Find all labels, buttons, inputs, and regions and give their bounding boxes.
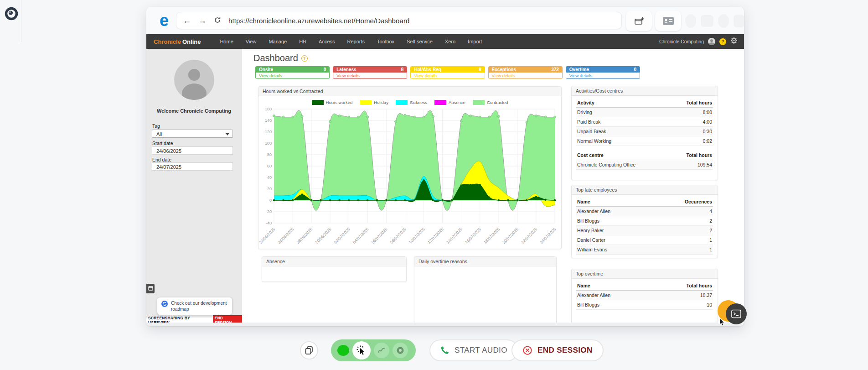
status-card-onsite: Onsite0View details bbox=[255, 66, 330, 79]
svg-text:160: 160 bbox=[265, 107, 272, 111]
profile-card-icon bbox=[662, 16, 674, 26]
sidebar-toggle-button[interactable] bbox=[146, 284, 155, 293]
forward-icon[interactable]: → bbox=[198, 16, 207, 25]
view-details-link[interactable]: View details bbox=[256, 73, 329, 78]
svg-text:60: 60 bbox=[267, 164, 272, 168]
roadmap-banner[interactable]: Check out our development roadmap bbox=[157, 297, 232, 315]
divider bbox=[21, 0, 21, 42]
terminal-icon bbox=[731, 309, 741, 318]
data-table: ActivityTotal hoursDriving8:00Paid Break… bbox=[576, 98, 713, 146]
nav-item-manage[interactable]: Manage bbox=[269, 39, 287, 44]
svg-text:40: 40 bbox=[267, 175, 272, 180]
status-card-lateness: Lateness8View details bbox=[333, 66, 407, 79]
nav-item-reports[interactable]: Reports bbox=[347, 39, 365, 44]
nav-item-toolbox[interactable]: Toolbox bbox=[377, 39, 394, 44]
copy-session-button[interactable] bbox=[300, 341, 318, 360]
nav-item-home[interactable]: Home bbox=[220, 39, 233, 44]
end-date-input[interactable]: 24/07/2025 bbox=[152, 162, 233, 171]
card-label: Overtime bbox=[569, 67, 589, 72]
data-table: Cost centreTotal hoursChronicle Computin… bbox=[576, 151, 713, 170]
nav-item-xero[interactable]: Xero bbox=[445, 39, 455, 44]
nav-item-self-service[interactable]: Self service bbox=[407, 39, 433, 44]
scribble-icon bbox=[377, 346, 386, 355]
svg-text:0: 0 bbox=[269, 198, 272, 203]
edge-logo-icon[interactable]: e bbox=[156, 12, 172, 29]
svg-text:-20: -20 bbox=[266, 209, 272, 214]
profile-card-button[interactable] bbox=[655, 10, 681, 31]
legend-item: Sickness bbox=[396, 100, 427, 105]
browser-chrome: e ← → https://chronicleonline.azurewebsi… bbox=[146, 7, 744, 34]
click-cursor-icon bbox=[356, 345, 367, 356]
roadmap-text: Check out our development roadmap bbox=[171, 300, 228, 312]
svg-text:26/06/2025: 26/06/2025 bbox=[277, 227, 295, 245]
nav-item-import[interactable]: Import bbox=[468, 39, 482, 44]
hours-chart-panel: Hours worked vs Contracted Hours workedH… bbox=[258, 86, 562, 249]
end-session-label: END SESSION bbox=[537, 346, 593, 355]
legend-swatch bbox=[396, 100, 408, 105]
dashboard-help-icon[interactable]: ? bbox=[301, 55, 308, 62]
top-late-employees-panel: Top late employees NameOccurencesAlexand… bbox=[571, 185, 718, 258]
card-value: 8 bbox=[401, 67, 404, 72]
svg-text:80: 80 bbox=[267, 152, 272, 157]
live-indicator-dot bbox=[337, 345, 349, 356]
table-row: Bill Bloggs10 bbox=[576, 300, 713, 310]
card-value: 9 bbox=[479, 67, 481, 72]
card-label: Hol/Abs Req bbox=[414, 67, 441, 72]
nav-item-access[interactable]: Access bbox=[319, 39, 335, 44]
url-text[interactable]: https://chronicleonline.azurewebsites.ne… bbox=[228, 17, 409, 25]
status-card-exceptions: Exceptions372View details bbox=[488, 66, 563, 79]
svg-text:14/07/2025: 14/07/2025 bbox=[445, 227, 463, 245]
settings-gear-icon[interactable] bbox=[730, 37, 738, 46]
account-avatar[interactable] bbox=[708, 38, 715, 45]
daily-overtime-reasons-panel: Daily overtime reasons bbox=[414, 256, 557, 323]
install-app-button[interactable] bbox=[626, 10, 652, 31]
start-audio-label: START AUDIO bbox=[455, 346, 507, 355]
account-name[interactable]: Chronicle Computing bbox=[659, 39, 704, 44]
back-icon[interactable]: ← bbox=[183, 16, 191, 25]
ghost-toolbar-icons bbox=[685, 13, 744, 29]
page-title: Dashboard? bbox=[253, 53, 308, 63]
annotation-toolbar bbox=[331, 339, 416, 361]
table-row: Driving8:00 bbox=[576, 108, 713, 117]
card-label: Onsite bbox=[259, 67, 273, 72]
view-details-link[interactable]: View details bbox=[566, 73, 640, 78]
chart-panel-title: Hours worked vs Contracted bbox=[258, 87, 561, 96]
table-row: Paid Break4:00 bbox=[576, 117, 713, 127]
table-row: Henry Baker2 bbox=[576, 226, 713, 235]
record-tool-button[interactable] bbox=[393, 343, 408, 358]
svg-text:120: 120 bbox=[265, 130, 272, 134]
nav-item-hr[interactable]: HR bbox=[299, 39, 306, 44]
svg-text:04/07/2025: 04/07/2025 bbox=[352, 227, 370, 245]
draw-tool-button[interactable] bbox=[374, 343, 389, 358]
help-icon[interactable]: ? bbox=[719, 38, 726, 45]
svg-text:22/07/2025: 22/07/2025 bbox=[520, 227, 538, 245]
mouse-cursor bbox=[719, 318, 725, 328]
refresh-icon[interactable] bbox=[214, 16, 221, 25]
window-bottom-strip bbox=[146, 323, 744, 326]
data-table: NameOccurencesAlexander Allen4Bill Blogg… bbox=[576, 197, 713, 255]
brand-logo[interactable]: ChronicleOnline bbox=[154, 38, 201, 45]
end-session-button[interactable]: END SESSION bbox=[512, 339, 604, 361]
table-row: Unpaid Break0:30 bbox=[576, 127, 713, 136]
view-details-link[interactable]: View details bbox=[411, 73, 484, 78]
chart-legend: Hours workedHolidaySicknessAbsenceContra… bbox=[258, 99, 561, 105]
status-card-hol-abs-req: Hol/Abs Req9View details bbox=[410, 66, 485, 79]
start-date-input[interactable]: 24/06/2025 bbox=[152, 146, 233, 155]
tag-select[interactable]: All bbox=[152, 130, 233, 138]
status-cards-row: Onsite0View detailsLateness8View details… bbox=[255, 66, 640, 79]
svg-text:16/07/2025: 16/07/2025 bbox=[464, 227, 482, 245]
data-table: NameTotal hoursAlexander Allen10.37Bill … bbox=[576, 281, 713, 310]
welcome-text: Welcome Chronicle Computing bbox=[146, 108, 242, 114]
view-details-link[interactable]: View details bbox=[333, 73, 407, 78]
start-audio-button[interactable]: START AUDIO bbox=[429, 339, 518, 361]
view-details-link[interactable]: View details bbox=[489, 73, 562, 78]
table-row: Normal Working0:02 bbox=[576, 136, 713, 146]
svg-text:100: 100 bbox=[265, 141, 272, 146]
nav-item-view[interactable]: View bbox=[246, 39, 257, 44]
pointer-tool-button[interactable] bbox=[352, 341, 371, 360]
address-bar[interactable]: ← → https://chronicleonline.azurewebsite… bbox=[176, 12, 622, 29]
svg-text:20: 20 bbox=[267, 187, 272, 191]
svg-text:24/06/2025: 24/06/2025 bbox=[258, 227, 276, 245]
svg-text:02/07/2025: 02/07/2025 bbox=[333, 227, 351, 245]
terminal-button[interactable] bbox=[726, 303, 747, 324]
